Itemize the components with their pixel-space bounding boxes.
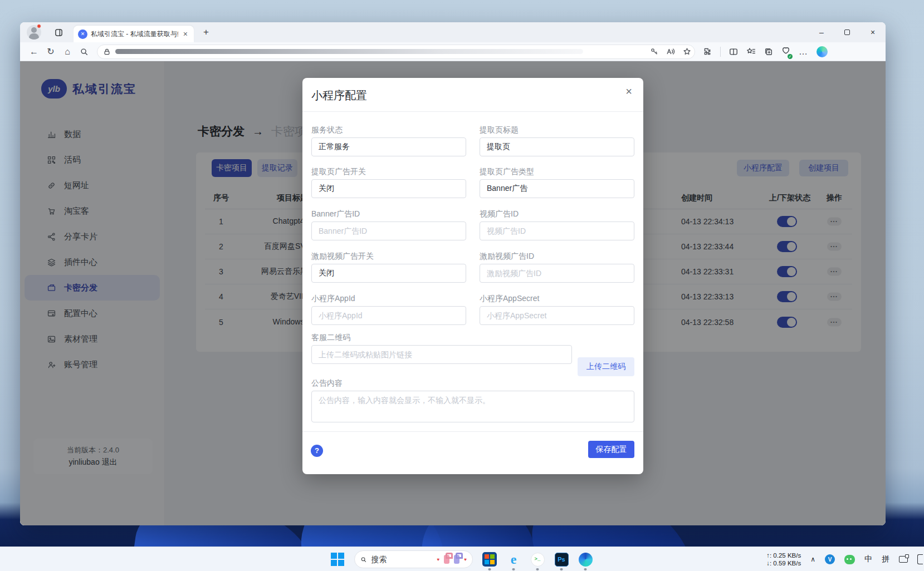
field-service-status: 服务状态 — [311, 125, 466, 156]
video-ad-id-input[interactable] — [480, 221, 634, 240]
upload-speed: ↑: 0.25 KB/s — [766, 552, 801, 559]
back-button[interactable]: ← — [26, 44, 42, 60]
photoshop-icon: Ps — [555, 553, 569, 567]
maximize-button[interactable] — [834, 22, 860, 42]
lock-icon — [103, 48, 111, 56]
reward-video-ad-id-input[interactable] — [480, 264, 634, 283]
field-label: 激励视频广告ID — [480, 252, 634, 263]
toolbar-divider — [720, 47, 721, 57]
field-label: 公告内容 — [311, 378, 634, 390]
tray-v2ray-icon[interactable]: V — [825, 554, 835, 564]
read-aloud-icon[interactable] — [666, 47, 675, 56]
profile-notification-dot — [37, 24, 41, 28]
browser-titlebar: ✕ 私域引流宝 - 私域流量获取与维护 × + – × — [20, 22, 886, 42]
appid-input[interactable] — [311, 306, 466, 325]
browser-tab[interactable]: ✕ 私域引流宝 - 私域流量获取与维护 × — [74, 26, 194, 42]
tray-monitor-icon[interactable] — [899, 556, 908, 563]
field-service-qr: 客服二维码 — [311, 333, 572, 364]
taskbar-photoshop-icon[interactable]: Ps — [554, 552, 569, 567]
field-label: 提取页标题 — [480, 125, 634, 136]
field-video-ad-id: 视频广告ID — [480, 209, 634, 240]
tab-close-icon[interactable]: × — [182, 29, 189, 38]
split-screen-icon[interactable] — [729, 47, 738, 56]
field-banner-ad-id: Banner广告ID — [311, 209, 466, 240]
chat-bubble-icon: >_ — [531, 553, 545, 567]
new-tab-button[interactable]: + — [198, 24, 214, 40]
home-button[interactable]: ⌂ — [59, 44, 76, 60]
browser-toolbar: ← ↻ ⌂ — [20, 42, 886, 61]
address-bar[interactable] — [97, 45, 695, 59]
tab-actions-icon[interactable] — [50, 24, 67, 41]
search-highlight-luggage-icon[interactable] — [454, 555, 459, 564]
microsoft-store-icon — [482, 552, 497, 567]
windows-logo-icon — [331, 553, 344, 566]
field-extract-ad-type: 提取页广告类型 — [480, 167, 634, 198]
tray-chevron-icon[interactable]: ∧ — [810, 555, 815, 563]
search-highlight-luggage-icon[interactable] — [444, 555, 449, 564]
field-label: 小程序AppSecret — [480, 294, 634, 305]
search-highlight-heart: ♥ — [464, 557, 467, 562]
field-label: 客服二维码 — [311, 333, 572, 344]
save-config-button[interactable]: 保存配置 — [588, 441, 634, 458]
help-button[interactable]: ? — [311, 445, 323, 457]
close-button[interactable]: × — [860, 22, 886, 42]
field-reward-video-ad-id: 激励视频广告ID — [480, 252, 634, 283]
field-label: 服务状态 — [311, 125, 466, 136]
extract-page-title-input[interactable] — [480, 137, 634, 156]
notice-textarea[interactable] — [311, 391, 634, 422]
toolbar-search-icon[interactable] — [76, 44, 92, 60]
taskbar-store-icon[interactable] — [482, 552, 497, 567]
minimize-button[interactable]: – — [809, 22, 834, 42]
ime-language-indicator[interactable]: 中 — [864, 554, 872, 564]
taskbar-search[interactable]: ♥ ♥ — [354, 550, 473, 568]
password-key-icon[interactable] — [650, 47, 658, 56]
favorites-list-icon[interactable] — [746, 47, 756, 56]
settings-menu-icon[interactable]: … — [799, 47, 808, 57]
taskbar-terminal-chat-icon[interactable]: >_ — [530, 552, 545, 567]
reward-video-switch-input[interactable] — [311, 264, 466, 283]
essentials-check-badge: ✓ — [788, 54, 793, 59]
tray-wechat-icon[interactable] — [844, 555, 855, 564]
extensions-icon[interactable] — [703, 47, 712, 56]
start-button[interactable] — [330, 552, 345, 567]
modal-close-icon[interactable]: × — [622, 85, 635, 98]
url-redacted — [115, 49, 583, 54]
system-tray: ↑: 0.25 KB/s ↓: 0.59 KB/s ∧ V 中 拼 — [766, 547, 924, 571]
field-label: 提取页广告开关 — [311, 167, 466, 178]
search-highlight-heart: ♥ — [437, 557, 440, 562]
banner-ad-id-input[interactable] — [311, 221, 466, 240]
extract-ad-type-input[interactable] — [480, 179, 634, 198]
tray-clipped-icon — [917, 554, 923, 564]
taskbar: ♥ ♥ e >_ Ps ↑: 0.25 KB/s ↓: 0.59 KB/s ∧ … — [0, 547, 924, 571]
upload-qr-button[interactable]: 上传二维码 — [578, 357, 634, 376]
field-reward-video-switch: 激励视频广告开关 — [311, 252, 466, 283]
internet-explorer-icon: e — [511, 552, 517, 567]
collections-icon[interactable] — [764, 47, 773, 56]
taskbar-edge-icon[interactable] — [578, 552, 593, 567]
ime-pinyin-indicator[interactable]: 拼 — [882, 554, 889, 564]
field-label: 提取页广告类型 — [480, 167, 634, 178]
browser-essentials-icon[interactable]: ✓ — [781, 46, 790, 57]
copilot-icon[interactable] — [817, 46, 828, 57]
field-notice: 公告内容 — [311, 378, 634, 425]
qr-link-input[interactable] — [311, 345, 572, 364]
mini-program-config-modal: 小程序配置 × 服务状态 提取页标题 提取页广告开关 提取页广告类型 Banne… — [302, 78, 643, 474]
field-extract-ad-switch: 提取页广告开关 — [311, 167, 466, 198]
modal-title: 小程序配置 — [311, 88, 367, 103]
appsecret-input[interactable] — [480, 306, 634, 325]
refresh-button[interactable]: ↻ — [42, 44, 59, 60]
favorite-star-icon[interactable] — [683, 47, 691, 56]
field-label: 视频广告ID — [480, 209, 634, 220]
extract-ad-switch-input[interactable] — [311, 179, 466, 198]
search-input[interactable] — [371, 555, 433, 564]
taskbar-ie-icon[interactable]: e — [506, 552, 521, 567]
service-status-input[interactable] — [311, 137, 466, 156]
maximize-icon — [844, 29, 850, 35]
site-favicon: ✕ — [78, 29, 87, 39]
tab-title: 私域引流宝 - 私域流量获取与维护 — [91, 29, 178, 39]
field-label: Banner广告ID — [311, 209, 466, 220]
field-appid: 小程序AppId — [311, 294, 466, 325]
download-speed: ↓: 0.59 KB/s — [766, 559, 801, 567]
field-label: 小程序AppId — [311, 294, 466, 305]
browser-window: ✕ 私域引流宝 - 私域流量获取与维护 × + – × ← ↻ ⌂ — [20, 22, 886, 525]
